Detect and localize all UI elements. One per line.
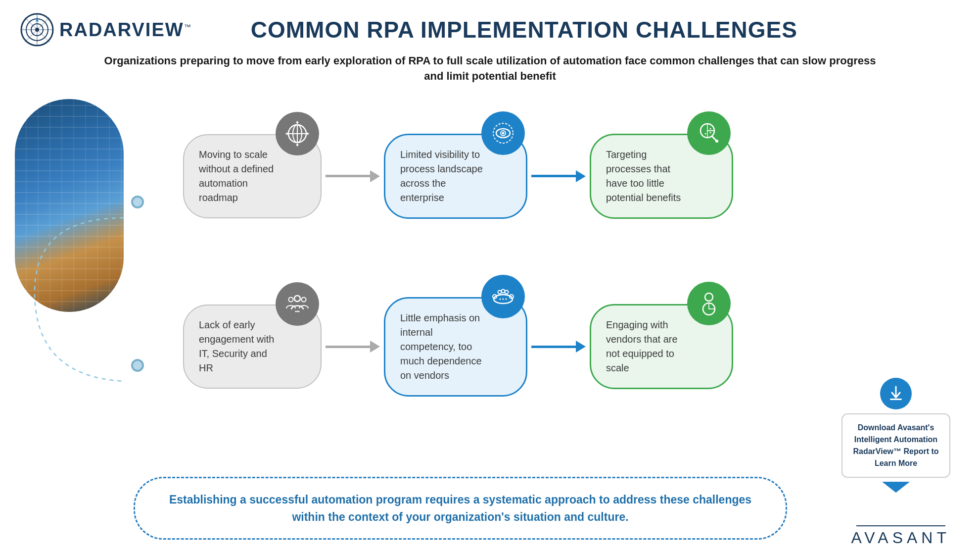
meeting-icon <box>490 283 516 310</box>
avasant-name: AVASANT <box>851 529 950 547</box>
svg-point-41 <box>505 290 509 294</box>
search-chart-icon <box>696 120 722 147</box>
flow-row-bottom: Lack of early engagement with IT, Securi… <box>183 297 733 397</box>
svg-point-42 <box>502 289 505 293</box>
svg-point-29 <box>710 132 711 133</box>
people-icon <box>284 291 311 317</box>
person-chart-icon-circle <box>687 282 731 325</box>
arrow-top-2 <box>531 170 586 182</box>
flow-bottom-box3: Engaging with vendors that are not equip… <box>590 304 733 389</box>
flow-top-text2: Limited visibility to process landscape … <box>400 148 486 205</box>
download-icon <box>887 385 905 403</box>
flow-bottom-box1: Lack of early engagement with IT, Securi… <box>183 304 322 389</box>
radarview-logo-icon <box>20 12 54 47</box>
left-panel <box>15 99 139 312</box>
download-icon-circle <box>880 378 912 409</box>
svg-marker-20 <box>285 132 287 135</box>
logo-text: RADARVIEW™ <box>59 19 192 41</box>
middle-section: Moving to scale without a defined automa… <box>0 94 980 312</box>
svg-point-45 <box>506 298 507 300</box>
flows-area: Moving to scale without a defined automa… <box>139 94 980 312</box>
meeting-icon-circle <box>481 275 525 318</box>
subtitle-area: Organizations preparing to move from ear… <box>0 50 980 94</box>
svg-point-35 <box>297 311 298 312</box>
svg-point-33 <box>302 298 306 302</box>
svg-point-32 <box>289 298 293 302</box>
flow-top-text3: Targeting processes that have too little… <box>606 148 692 205</box>
svg-rect-48 <box>890 399 902 400</box>
svg-marker-18 <box>296 145 299 147</box>
bullet-dot-bottom <box>131 359 144 372</box>
svg-point-40 <box>498 290 502 294</box>
svg-point-28 <box>710 128 711 129</box>
building-image <box>15 99 124 312</box>
people-icon-circle <box>276 282 319 326</box>
avasant-logo-area: AVASANT <box>851 525 950 547</box>
arrow-bottom-2 <box>531 341 586 353</box>
svg-marker-17 <box>296 121 299 123</box>
flow-row-top: Moving to scale without a defined automa… <box>183 134 733 219</box>
header-section: RADARVIEW™ COMMON RPA IMPLEMENTATION CHA… <box>0 0 980 50</box>
svg-point-34 <box>295 311 297 312</box>
flow-top-box1: Moving to scale without a defined automa… <box>183 134 322 218</box>
page-wrapper: RADARVIEW™ COMMON RPA IMPLEMENTATION CHA… <box>0 0 980 557</box>
logo-area: RADARVIEW™ <box>20 12 192 47</box>
svg-point-44 <box>503 298 504 300</box>
svg-point-36 <box>298 311 300 312</box>
flow-bottom-box2: Little emphasis on internal competency, … <box>384 297 527 397</box>
flow-top-box3: Targeting processes that have too little… <box>590 134 733 219</box>
summary-text: Establishing a successful automation pro… <box>169 493 751 523</box>
svg-point-43 <box>500 298 501 300</box>
svg-point-30 <box>705 133 706 134</box>
svg-point-27 <box>715 140 718 143</box>
search-chart-icon-circle <box>687 111 731 155</box>
globe-icon <box>284 121 310 147</box>
globe-icon-circle <box>276 112 319 155</box>
svg-point-31 <box>294 296 300 302</box>
arrow-top-1 <box>326 170 380 182</box>
svg-point-46 <box>705 293 713 301</box>
svg-marker-19 <box>307 132 309 135</box>
svg-point-24 <box>502 132 505 134</box>
subtitle-text: Organizations preparing to move from ear… <box>99 53 881 84</box>
avasant-divider <box>856 525 945 526</box>
flow-bottom-text3: Engaging with vendors that are not equip… <box>606 318 692 375</box>
eye-icon <box>490 120 516 147</box>
person-chart-icon <box>696 290 722 317</box>
download-text-box: Download Avasant's Intelligent Automatio… <box>841 413 950 478</box>
eye-icon-circle <box>481 111 525 155</box>
summary-box: Establishing a successful automation pro… <box>134 477 787 540</box>
arrow-bottom-1 <box>326 341 380 353</box>
download-cta[interactable]: Download Avasant's Intelligent Automatio… <box>841 378 950 493</box>
title-area: COMMON RPA IMPLEMENTATION CHALLENGES <box>192 16 955 43</box>
download-chevron-icon <box>882 482 910 493</box>
flow-top-box2: Limited visibility to process landscape … <box>384 134 527 219</box>
flow-top-text1: Moving to scale without a defined automa… <box>199 148 281 205</box>
flow-bottom-text1: Lack of early engagement with IT, Securi… <box>199 318 281 375</box>
main-title: COMMON RPA IMPLEMENTATION CHALLENGES <box>192 16 856 43</box>
flow-bottom-text2: Little emphasis on internal competency, … <box>400 311 486 383</box>
